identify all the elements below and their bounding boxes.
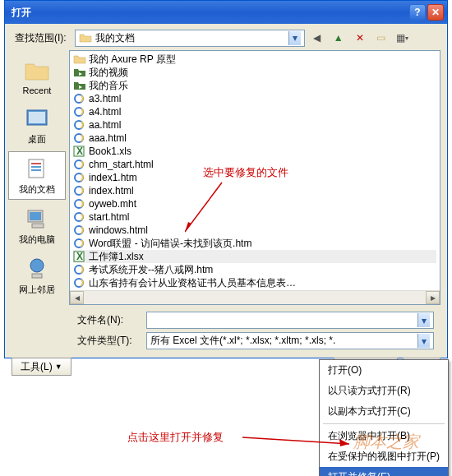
file-name: 考试系统开发--猪八戒网.htm: [89, 263, 213, 277]
menu-open[interactable]: 打开(O): [320, 360, 448, 381]
scroll-left-icon[interactable]: ◂: [70, 291, 84, 304]
menu-open-copy[interactable]: 以副本方式打开(C): [320, 401, 448, 422]
file-item[interactable]: XBook1.xls: [73, 145, 436, 158]
file-item[interactable]: a4.html: [73, 105, 436, 118]
new-folder-icon[interactable]: ▭: [372, 29, 390, 47]
filename-label: 文件名(N):: [12, 313, 146, 327]
file-name: windows.html: [89, 224, 148, 236]
svg-rect-1: [29, 112, 45, 123]
help-button[interactable]: ?: [409, 4, 426, 21]
place-recent[interactable]: Recent: [8, 53, 66, 99]
desktop-icon: [22, 105, 52, 132]
chevron-down-icon[interactable]: ▾: [417, 334, 430, 348]
file-item[interactable]: X工作簿1.xlsx: [73, 250, 436, 263]
file-name: chm_start.html: [89, 159, 154, 170]
svg-rect-2: [29, 159, 44, 178]
svg-rect-7: [30, 212, 41, 220]
place-mydocs[interactable]: 我的文档: [8, 151, 66, 200]
filename-combo[interactable]: ▾: [146, 312, 434, 329]
file-name: a4.html: [89, 106, 121, 118]
file-item[interactable]: oyweb.mht: [73, 197, 436, 210]
file-name: 我的 Axure RP 原型: [89, 53, 176, 67]
network-icon: [22, 256, 52, 282]
file-name: index1.htm: [89, 172, 137, 183]
views-icon[interactable]: ▦▾: [394, 29, 412, 47]
lookin-row: 查找范围(I): 我的文档 ▾ ◀ ▲ ✕ ▭ ▦▾: [5, 24, 447, 50]
places-bar: Recent 桌面 我的文档 我的电脑 网上邻居: [5, 50, 69, 305]
scroll-track[interactable]: [84, 291, 426, 304]
annotation-click: 点击这里打开并修复: [127, 430, 224, 445]
file-item[interactable]: index.html: [73, 184, 436, 197]
file-item[interactable]: aaa.html: [73, 132, 436, 145]
lookin-combo[interactable]: 我的文档 ▾: [75, 30, 305, 47]
menu-open-browser[interactable]: 在浏览器中打开(B): [320, 426, 448, 446]
file-name: Book1.xls: [89, 146, 131, 157]
horizontal-scrollbar[interactable]: ◂ ▸: [70, 290, 440, 304]
filetype-label: 文件类型(T):: [12, 334, 146, 348]
menu-separator: [323, 423, 445, 424]
file-name: 工作簿1.xlsx: [89, 250, 144, 264]
file-name: a3.html: [89, 93, 121, 104]
menu-open-repair[interactable]: 打开并修复(E)…: [320, 467, 448, 476]
close-button[interactable]: ✕: [427, 4, 444, 21]
dialog-title: 打开: [8, 6, 408, 20]
file-item[interactable]: a3.html: [73, 92, 436, 105]
bottom-fields: 文件名(N): ▾ 文件类型(T): 所有 Excel 文件(*.xl*; *.…: [5, 305, 447, 353]
menu-open-readonly[interactable]: 以只读方式打开(R): [320, 381, 448, 401]
file-name: aaa.html: [89, 132, 127, 144]
file-item[interactable]: aa.html: [73, 118, 436, 132]
folder-icon: [79, 31, 92, 44]
recent-icon: [22, 58, 52, 84]
chevron-down-icon[interactable]: ▾: [288, 31, 301, 45]
tools-button[interactable]: 工具(L)▼: [12, 358, 71, 376]
svg-rect-3: [31, 163, 41, 164]
svg-rect-4: [31, 166, 41, 168]
scroll-right-icon[interactable]: ▸: [426, 291, 440, 304]
place-mycomputer[interactable]: 我的电脑: [8, 201, 66, 250]
annotation-select: 选中要修复的文件: [203, 165, 288, 180]
file-name: 山东省持有会计从业资格证书人员基本信息表…: [89, 276, 296, 290]
file-name: aa.html: [89, 119, 121, 131]
place-desktop[interactable]: 桌面: [8, 101, 66, 150]
svg-text:X: X: [76, 251, 83, 262]
svg-point-9: [30, 259, 44, 272]
chevron-down-icon: ▼: [55, 363, 62, 371]
file-item[interactable]: start.html: [73, 210, 436, 224]
computer-icon: [22, 206, 52, 232]
up-folder-icon[interactable]: ▲: [330, 29, 348, 47]
lookin-label: 查找范围(I):: [15, 31, 67, 45]
svg-rect-5: [31, 169, 41, 171]
svg-rect-8: [32, 224, 44, 228]
file-item[interactable]: 我的 Axure RP 原型: [73, 53, 436, 66]
file-item[interactable]: 山东省持有会计从业资格证书人员基本信息表…: [73, 276, 436, 289]
file-name: 我的视频: [89, 66, 128, 80]
file-item[interactable]: 考试系统开发--猪八戒网.htm: [73, 263, 436, 276]
file-name: start.html: [89, 211, 129, 223]
file-item[interactable]: 我的音乐: [73, 79, 436, 92]
place-network[interactable]: 网上邻居: [8, 252, 66, 300]
file-item[interactable]: Word联盟 - 访问错误-未找到该页.htm: [73, 237, 436, 250]
svg-rect-10: [32, 274, 42, 278]
filetype-combo[interactable]: 所有 Excel 文件(*.xl*; *.xlsx; *.xltm; *.xls…: [146, 332, 434, 349]
chevron-down-icon[interactable]: ▾: [417, 313, 430, 327]
svg-text:X: X: [76, 146, 83, 157]
back-icon[interactable]: ◀: [308, 29, 326, 47]
file-name: Word联盟 - 访问错误-未找到该页.htm: [89, 237, 251, 251]
titlebar: 打开 ? ✕: [5, 1, 447, 24]
delete-icon[interactable]: ✕: [351, 29, 369, 47]
menu-open-protected[interactable]: 在受保护的视图中打开(P): [320, 446, 448, 467]
file-item[interactable]: 我的视频: [73, 66, 436, 79]
filetype-value: 所有 Excel 文件(*.xl*; *.xlsx; *.xltm; *.xls…: [150, 334, 417, 348]
lookin-value: 我的文档: [95, 31, 288, 45]
file-item[interactable]: windows.html: [73, 224, 436, 237]
file-name: 我的音乐: [89, 79, 128, 93]
file-name: index.html: [89, 185, 134, 196]
mydocs-icon: [22, 155, 52, 182]
file-name: oyweb.mht: [89, 198, 136, 210]
open-dropdown-menu: 打开(O) 以只读方式打开(R) 以副本方式打开(C) 在浏览器中打开(B) 在…: [319, 359, 449, 476]
